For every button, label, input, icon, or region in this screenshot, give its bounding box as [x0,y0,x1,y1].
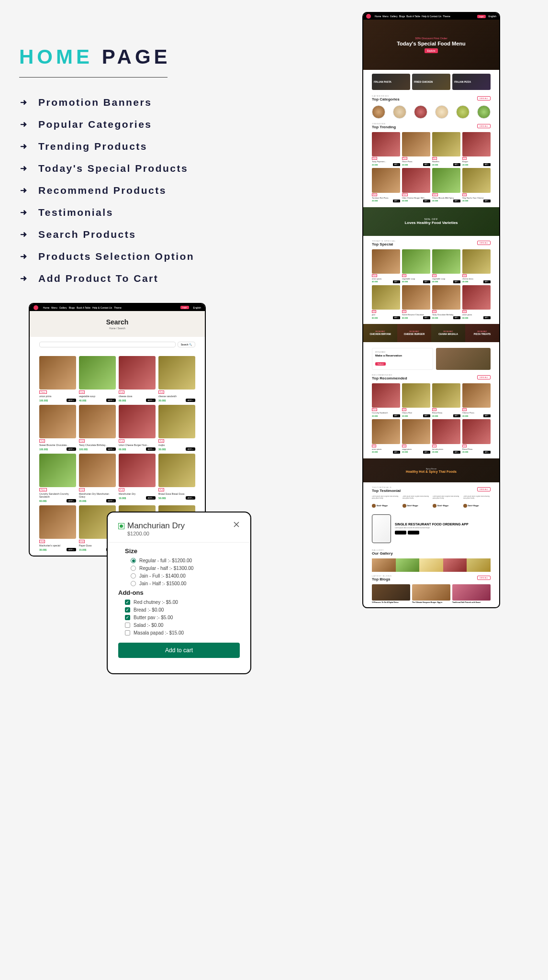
view-all-button[interactable]: VIEW ALL [477,576,491,580]
hero-button[interactable]: Explore [425,48,438,53]
promo-card[interactable]: ITALIAN PASTA [372,74,410,90]
size-option[interactable]: Regular - full :- $1200.00 [131,558,240,563]
view-all-button[interactable]: VIEW ALL [477,487,491,491]
product-card[interactable]: FullSweet Brownie Chocolate...100.00$ADD… [39,405,76,451]
nav-item[interactable]: Help & Contact Us [92,306,112,309]
add-to-cart-button[interactable]: Add to cart [118,643,240,658]
add-button[interactable]: ADD + [393,316,400,319]
addon-option[interactable]: Masala papad :- $15.00 [125,630,240,635]
gallery-image[interactable] [443,558,467,572]
product-card[interactable]: Fullvegetable soup40.00$ADD + [79,356,116,402]
product-card[interactable]: FullBread Dosa Bread Dosa50.00$ADD + [158,454,195,502]
search-input[interactable] [39,342,176,347]
add-button[interactable]: ADD + [453,280,460,283]
nav-item[interactable]: Book A Table [406,15,420,18]
add-button[interactable]: ADD + [106,399,116,402]
promo-card[interactable]: RESTAURANTCHANA MASALA [431,324,465,342]
add-button[interactable]: ADD + [483,451,491,454]
add-button[interactable]: ADD + [67,499,76,502]
close-icon[interactable] [233,521,240,528]
promo-card[interactable]: FRIED CHICKEN [412,74,450,90]
login-badge[interactable]: Login [180,306,189,309]
nav-item[interactable]: Book A Table [77,306,90,309]
gallery-image[interactable] [419,558,443,572]
add-button[interactable]: ADD + [423,414,430,417]
product-card[interactable]: Fullvegetable soup40.00$ADD + [402,249,430,283]
add-button[interactable]: ADD + [186,447,195,451]
view-all-button[interactable]: VIEW ALL [477,375,491,379]
gallery-image[interactable] [372,558,396,572]
nav-item[interactable]: Help & Contact Us [422,15,441,18]
category-item[interactable] [477,105,491,119]
product-card[interactable]: PizzaCrunchy Sandwich20.00$ADD + [372,383,400,417]
add-button[interactable]: ADD + [393,451,400,454]
category-item[interactable] [414,105,427,119]
product-card[interactable]: Pizzaonion pizza100.00$ADD + [39,356,76,402]
size-option[interactable]: Jain - Full :- $1400.00 [131,573,240,579]
product-card[interactable]: FullTasty Chocolate Birthday80.00$ADD + [432,285,460,319]
size-option[interactable]: Regular - half :- $1300.00 [131,566,240,571]
product-card[interactable]: FullUdon Cheese Burger Hom...60.00$ADD + [119,405,156,451]
add-button[interactable]: ADD + [483,414,491,417]
product-card[interactable]: FullMachurian's special30.00$ADD + [39,505,76,551]
add-button[interactable]: ADD + [186,496,195,500]
add-button[interactable]: ADD + [453,200,460,202]
add-button[interactable]: ADD + [453,316,460,319]
nav-item[interactable]: Blogs [399,15,405,18]
product-card[interactable]: Fullchesse sandwich30.00$ADD + [158,356,195,402]
lang-selector[interactable]: English [193,306,201,309]
nav-item[interactable]: Theme [114,306,122,309]
category-item[interactable] [393,105,406,119]
product-card[interactable]: PieceChana Masala Mild Spicy20.00$ADD + [432,168,460,202]
promo-card[interactable]: RESTAURANTCHICKEN BIRYANI [363,324,397,342]
product-card[interactable]: RiceNoodles20.00$ADD + [432,132,460,166]
addon-option[interactable]: Butter pav :- $5.00 [125,615,240,620]
add-button[interactable]: ADD + [146,447,156,451]
add-button[interactable]: ADD + [146,399,156,402]
product-card[interactable]: Fullcheese dosa40.00$ADD + [462,249,491,283]
google-play-badge[interactable] [395,531,406,535]
blog-card[interactable]: The Ultimate Hangover Burger: Egg in [412,584,450,603]
promo-card[interactable]: RESTAURANTCHEESE BURGER [397,324,431,342]
product-card[interactable]: PieceUdon Cheese Burger With...20.00$ADD… [402,168,430,202]
product-card[interactable]: FullBread Dosa20.00$ADD + [432,383,460,417]
view-all-button[interactable]: VIEW ALL [477,124,491,128]
product-card[interactable]: FullTasty Chocolate Birthday...100.00$AD… [79,405,116,451]
search-button[interactable]: Search 🔍 [178,342,195,347]
add-button[interactable]: ADD + [67,447,76,451]
add-button[interactable]: ADD + [106,499,116,502]
nav-item[interactable]: Theme [443,15,450,18]
add-button[interactable]: ADD + [393,414,400,417]
product-card[interactable]: NaanTandoori Roti Pizza20.00$ADD + [372,168,400,202]
add-button[interactable]: ADD + [453,163,460,166]
nav-item[interactable]: Gallery [59,306,67,309]
product-card[interactable]: Fullonion pizza80.00$ADD + [462,285,491,319]
category-item[interactable] [372,105,385,119]
product-card[interactable]: PizzaCrunchy Sandwich Crunchy Sandwich60… [39,454,76,502]
product-card[interactable]: Fulltomato pizza20.00$ADD + [432,419,460,453]
add-button[interactable]: ADD + [393,280,400,283]
add-button[interactable]: ADD + [453,451,460,454]
product-card[interactable]: FullBread Dosa20.00$ADD + [462,419,491,453]
add-button[interactable]: ADD + [423,200,430,202]
product-card[interactable]: FullVeg. Nacho Yaar Cheese20.00$ADD + [462,168,491,202]
product-card[interactable]: FullManchurian Dry Manchurian Gravy20.00… [79,454,116,502]
promo-card[interactable]: ITALIAN PIZZA [452,74,491,90]
product-card[interactable]: FullManchurian Dry10.00$ADD + [119,454,156,502]
category-item[interactable] [435,105,448,119]
add-button[interactable]: ADD + [67,548,76,551]
product-card[interactable]: Fullveggi pizza20.00$ADD + [402,419,430,453]
add-button[interactable]: ADD + [483,163,491,166]
add-button[interactable]: ADD + [393,200,400,202]
addon-option[interactable]: Salad :- $0.00 [125,623,240,628]
promo-card[interactable]: RESTAURANTPIZZA TREATS [465,324,499,342]
product-card[interactable]: FullCheese Pizza20.00$ADD + [462,383,491,417]
add-button[interactable]: ADD + [423,163,430,166]
add-button[interactable]: ADD + [483,200,491,202]
product-card[interactable]: FullBurger20.00$ADD + [462,132,491,166]
addon-option[interactable]: Bread :- $0.00 [125,607,240,612]
gallery-image[interactable] [467,558,491,572]
gallery-image[interactable] [396,558,420,572]
product-card[interactable]: FullSweet Brownie Chocolate80.00$ADD + [402,285,430,319]
product-card[interactable]: Fullcheese dosa80.00$ADD + [119,356,156,402]
